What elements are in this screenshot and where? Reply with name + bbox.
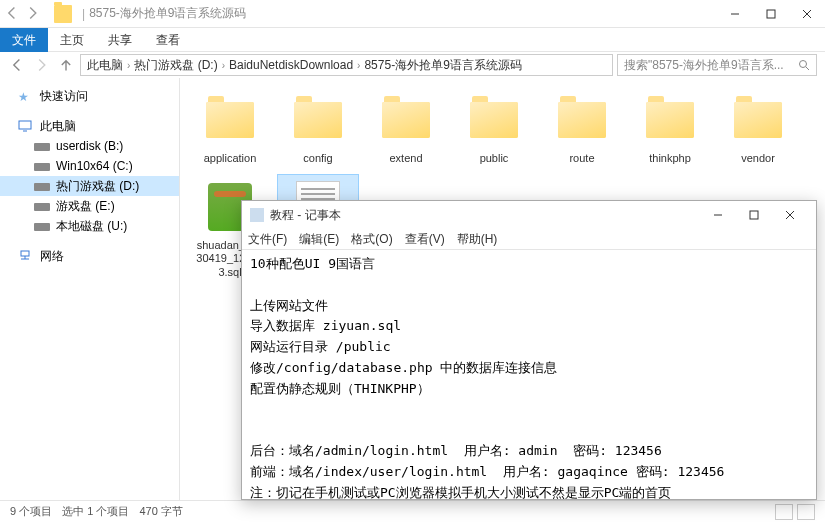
sidebar-drive[interactable]: 游戏盘 (E:) xyxy=(0,196,179,216)
status-size: 470 字节 xyxy=(139,504,182,519)
folder-icon xyxy=(202,92,258,148)
file-label: vendor xyxy=(741,152,775,165)
svg-rect-2 xyxy=(19,121,31,129)
sidebar-label: 网络 xyxy=(40,248,64,265)
crumb-d1[interactable]: 热门游戏盘 (D:) xyxy=(134,57,217,74)
crumb-d3[interactable]: 8575-海外抢单9语言系统源码 xyxy=(364,57,521,74)
close-button[interactable] xyxy=(789,0,825,28)
notepad-title: 教程 - 记事本 xyxy=(270,207,700,224)
nav-fwd-button[interactable] xyxy=(32,55,52,75)
view-details-button[interactable] xyxy=(775,504,793,520)
search-icon xyxy=(798,59,810,71)
folder-icon xyxy=(54,5,72,23)
notepad-text-area[interactable]: 10种配色UI 9国语言 上传网站文件 导入数据库 ziyuan.sql 网站运… xyxy=(242,249,816,499)
address-bar: 此电脑 › 热门游戏盘 (D:) › BaiduNetdiskDownload … xyxy=(0,52,825,78)
folder-icon xyxy=(730,92,786,148)
sidebar-drive[interactable]: userdisk (B:) xyxy=(0,136,179,156)
breadcrumb[interactable]: 此电脑 › 热门游戏盘 (D:) › BaiduNetdiskDownload … xyxy=(80,54,613,76)
notepad-menu: 文件(F) 编辑(E) 格式(O) 查看(V) 帮助(H) xyxy=(242,229,816,249)
notepad-titlebar[interactable]: 教程 - 记事本 xyxy=(242,201,816,229)
status-bar: 9 个项目 选中 1 个项目 470 字节 xyxy=(0,500,825,522)
history-fwd-icon[interactable] xyxy=(26,6,42,22)
disk-icon xyxy=(34,203,50,211)
file-item[interactable]: config xyxy=(278,88,358,169)
menu-file[interactable]: 文件(F) xyxy=(248,231,287,248)
disk-icon xyxy=(34,143,50,151)
status-count: 9 个项目 xyxy=(10,504,52,519)
sidebar-label: 此电脑 xyxy=(40,118,76,135)
sidebar-label: 快速访问 xyxy=(40,88,88,105)
crumb-d2[interactable]: BaiduNetdiskDownload xyxy=(229,58,353,72)
tab-view[interactable]: 查看 xyxy=(144,28,192,52)
file-label: extend xyxy=(389,152,422,165)
disk-icon xyxy=(34,163,50,171)
sidebar-label: 游戏盘 (E:) xyxy=(56,198,115,215)
tab-file[interactable]: 文件 xyxy=(0,28,48,52)
file-item[interactable]: vendor xyxy=(718,88,798,169)
nav-sidebar: ★ 快速访问 此电脑 userdisk (B:) Win10x64 (C:) 热… xyxy=(0,78,180,500)
notepad-maximize-button[interactable] xyxy=(736,201,772,229)
nav-up-button[interactable] xyxy=(56,55,76,75)
nav-back-button[interactable] xyxy=(8,55,28,75)
file-label: thinkphp xyxy=(649,152,691,165)
menu-format[interactable]: 格式(O) xyxy=(351,231,392,248)
svg-rect-3 xyxy=(21,251,29,256)
ribbon: 文件 主页 共享 查看 xyxy=(0,28,825,52)
sidebar-this-pc[interactable]: 此电脑 xyxy=(0,116,179,136)
maximize-button[interactable] xyxy=(753,0,789,28)
star-icon: ★ xyxy=(18,90,34,102)
notepad-minimize-button[interactable] xyxy=(700,201,736,229)
disk-icon xyxy=(34,183,50,191)
folder-icon xyxy=(378,92,434,148)
notepad-close-button[interactable] xyxy=(772,201,808,229)
file-item[interactable]: application xyxy=(190,88,270,169)
sidebar-label: userdisk (B:) xyxy=(56,139,123,153)
file-label: public xyxy=(480,152,509,165)
sidebar-label: 热门游戏盘 (D:) xyxy=(56,178,139,195)
view-icons-button[interactable] xyxy=(797,504,815,520)
file-item[interactable]: public xyxy=(454,88,534,169)
minimize-button[interactable] xyxy=(717,0,753,28)
chevron-right-icon: › xyxy=(127,60,130,71)
sidebar-label: 本地磁盘 (U:) xyxy=(56,218,127,235)
svg-rect-4 xyxy=(750,211,758,219)
svg-point-1 xyxy=(800,61,807,68)
file-label: application xyxy=(204,152,257,165)
sidebar-drive[interactable]: 热门游戏盘 (D:) xyxy=(0,176,179,196)
sidebar-drive[interactable]: 本地磁盘 (U:) xyxy=(0,216,179,236)
menu-help[interactable]: 帮助(H) xyxy=(457,231,498,248)
network-icon xyxy=(18,250,34,262)
crumb-root[interactable]: 此电脑 xyxy=(87,57,123,74)
sidebar-drive[interactable]: Win10x64 (C:) xyxy=(0,156,179,176)
tab-share[interactable]: 共享 xyxy=(96,28,144,52)
history-back-icon[interactable] xyxy=(6,6,22,22)
svg-rect-0 xyxy=(767,10,775,18)
titlebar-sep: | xyxy=(82,7,85,21)
folder-icon xyxy=(554,92,610,148)
tab-home[interactable]: 主页 xyxy=(48,28,96,52)
file-label: config xyxy=(303,152,332,165)
notepad-window: 教程 - 记事本 文件(F) 编辑(E) 格式(O) 查看(V) 帮助(H) 1… xyxy=(241,200,817,500)
sidebar-label: Win10x64 (C:) xyxy=(56,159,133,173)
explorer-titlebar: | 8575-海外抢单9语言系统源码 xyxy=(0,0,825,28)
sidebar-quick-access[interactable]: ★ 快速访问 xyxy=(0,86,179,106)
search-placeholder: 搜索"8575-海外抢单9语言系... xyxy=(624,57,784,74)
folder-icon xyxy=(466,92,522,148)
menu-edit[interactable]: 编辑(E) xyxy=(299,231,339,248)
menu-view[interactable]: 查看(V) xyxy=(405,231,445,248)
file-item[interactable]: route xyxy=(542,88,622,169)
status-sel: 选中 1 个项目 xyxy=(62,504,129,519)
search-input[interactable]: 搜索"8575-海外抢单9语言系... xyxy=(617,54,817,76)
file-item[interactable]: thinkphp xyxy=(630,88,710,169)
file-item[interactable]: extend xyxy=(366,88,446,169)
sidebar-network[interactable]: 网络 xyxy=(0,246,179,266)
window-title: 8575-海外抢单9语言系统源码 xyxy=(89,5,717,22)
notepad-icon xyxy=(250,208,264,222)
disk-icon xyxy=(34,223,50,231)
chevron-right-icon: › xyxy=(222,60,225,71)
folder-icon xyxy=(642,92,698,148)
file-label: route xyxy=(569,152,594,165)
chevron-right-icon: › xyxy=(357,60,360,71)
folder-icon xyxy=(290,92,346,148)
pc-icon xyxy=(18,120,34,132)
